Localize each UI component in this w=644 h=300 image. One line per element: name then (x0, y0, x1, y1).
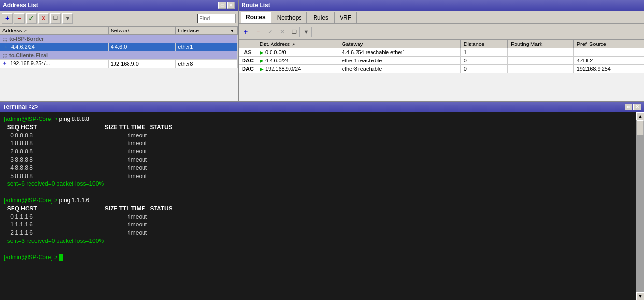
route-row-1-dst: ▶ 0.0.0.0/0 (257, 48, 339, 57)
terminal-line-seq3: 3 8.8.8.8 timeout (4, 156, 632, 164)
route-table-container: Dst. Address ↗ Gateway Distance Routing … (239, 40, 644, 101)
route-row-2-gateway: ether1 reachable (339, 57, 460, 65)
route-col-flag (239, 40, 257, 48)
route-check-button[interactable]: ✓ (265, 27, 275, 37)
terminal-line-seq5: 5 8.8.8.8 timeout (4, 172, 632, 180)
address-table-header-row: Address ↗ Network Interface ▼ (0, 27, 238, 35)
address-check-button[interactable]: ✓ (26, 13, 37, 24)
route-row-3-distance: 0 (460, 65, 507, 73)
address-col-interface[interactable]: Interface (176, 27, 228, 35)
address-col-address[interactable]: Address ↗ (0, 27, 109, 35)
route-toolbar: + − ✓ ✕ ❑ ▼ (239, 24, 644, 40)
route-col-gateway[interactable]: Gateway (339, 40, 460, 48)
route-col-distance[interactable]: Distance (460, 40, 507, 48)
terminal-line-p2-seq0: 0 1.1.1.6 timeout (4, 213, 632, 221)
route-row-3-routing-mark (507, 65, 573, 73)
terminal-cmd-1: ping 8.8.8.8 (59, 116, 90, 122)
route-row-2-pref-source: 4.4.6.2 (573, 57, 644, 65)
route-row-2[interactable]: DAC ▶ 4.4.6.0/24 ether1 reachable 0 4.4.… (239, 57, 644, 65)
route-add-button[interactable]: + (241, 27, 251, 37)
address-table-container: Address ↗ Network Interface ▼ ;;; to-ISP… (0, 26, 238, 101)
scrollbar-thumb[interactable] (637, 120, 644, 135)
tab-nexthops[interactable]: Nexthops (272, 12, 307, 23)
route-row-3-pref-source: 192.168.9.254 (573, 65, 644, 73)
route-row-1-arrow: ▶ (260, 50, 264, 55)
address-group-isp-border: ;;; to-ISP-Border (0, 35, 238, 43)
route-row-3[interactable]: DAC ▶ 192.168.9.0/24 ether8 reachable 0 … (239, 65, 644, 73)
route-row-1-gateway: 4.4.6.254 reachable ether1 (339, 48, 460, 57)
route-col-pref-source[interactable]: Pref. Source (573, 40, 644, 48)
address-toolbar: + − ✓ ✕ ❑ ▼ (0, 11, 238, 26)
address-row-1[interactable]: → 4.4.6.2/24 4.4.6.0 ether1 (0, 43, 238, 51)
route-col-routing-mark[interactable]: Routing Mark (507, 40, 573, 48)
address-remove-button[interactable]: − (14, 13, 25, 24)
scrollbar-up-button[interactable]: ▲ (636, 112, 644, 120)
terminal-line-2: [admin@ISP-Core] > ping 1.1.1.6 (4, 196, 632, 205)
terminal-inner[interactable]: [admin@ISP-Core] > ping 8.8.8.8 SEQ HOST… (0, 112, 636, 300)
terminal-status-0: 0 8.8.8.8 timeout (4, 132, 147, 139)
address-list-titlebar: Address List ▭ ✕ (0, 0, 238, 11)
route-col-dst[interactable]: Dst. Address ↗ (257, 40, 339, 48)
main-container: Address List ▭ ✕ + − ✓ ✕ ❑ ▼ A (0, 0, 644, 300)
address-add-button[interactable]: + (2, 13, 13, 24)
terminal-line-p2-seq2: 2 1.1.1.6 timeout (4, 229, 632, 237)
address-row-1-extra (228, 43, 238, 51)
address-filter-button[interactable]: ▼ (62, 13, 73, 24)
route-row-2-distance: 0 (460, 57, 507, 65)
address-col-network[interactable]: Network (108, 27, 176, 35)
route-remove-button[interactable]: − (253, 27, 263, 37)
terminal-line-p2-seq1: 1 1.1.1.6 timeout (4, 221, 632, 229)
address-restore-button[interactable]: ▭ (218, 2, 226, 9)
tab-routes[interactable]: Routes (241, 12, 271, 23)
terminal-summary-1: sent=6 received=0 packet-loss=100% (4, 180, 632, 188)
address-row-2-icon: ✦ (2, 60, 7, 66)
route-row-2-routing-mark (507, 57, 573, 65)
terminal-header-1: SEQ HOST SIZE TTL TIME STATUS (4, 124, 172, 131)
terminal-input-line: [admin@ISP-Core] > (4, 254, 632, 262)
top-panels: Address List ▭ ✕ + − ✓ ✕ ❑ ▼ A (0, 0, 644, 102)
scrollbar-down-button[interactable]: ▼ (636, 292, 644, 300)
address-row-1-network: 4.4.6.0 (108, 43, 176, 51)
route-copy-button[interactable]: ❑ (289, 27, 300, 37)
route-x-button[interactable]: ✕ (277, 27, 287, 37)
terminal-summary-2: sent=3 received=0 packet-loss=100% (4, 237, 632, 245)
terminal-line-seq1: 1 8.8.8.8 timeout (4, 139, 632, 148)
route-tabs-bar: Routes Nexthops Rules VRF (239, 11, 644, 24)
route-row-1-pref-source (573, 48, 644, 57)
address-row-2-network: 192.168.9.0 (108, 60, 176, 68)
address-group-cliente-final-label: ;;; to-Cliente-Final (0, 51, 238, 60)
route-row-1-distance: 1 (460, 48, 507, 57)
route-row-1[interactable]: AS ▶ 0.0.0.0/0 4.4.6.254 reachable ether… (239, 48, 644, 57)
terminal-outer: [admin@ISP-Core] > ping 8.8.8.8 SEQ HOST… (0, 112, 644, 300)
route-row-2-arrow: ▶ (260, 58, 264, 63)
terminal-prompt-3: [admin@ISP-Core] > (4, 254, 59, 261)
address-find-input[interactable] (197, 14, 236, 23)
route-row-3-arrow: ▶ (260, 66, 264, 72)
route-panel: Route List Routes Nexthops Rules VRF + −… (239, 0, 644, 101)
address-col-extra: ▼ (228, 27, 238, 35)
terminal-line-1: [admin@ISP-Core] > ping 8.8.8.8 (4, 115, 632, 123)
address-row-1-address: → 4.4.6.2/24 (0, 43, 109, 51)
address-group-cliente-final: ;;; to-Cliente-Final (0, 51, 238, 60)
terminal-titlebar: Terminal <2> ▭ ✕ (0, 102, 644, 112)
tab-rules[interactable]: Rules (308, 12, 333, 23)
terminal-cursor (59, 254, 63, 262)
address-row-1-icon: → (2, 44, 8, 50)
tab-vrf[interactable]: VRF (334, 12, 357, 23)
terminal-line-header-1: SEQ HOST SIZE TTL TIME STATUS (4, 123, 632, 132)
scrollbar-track[interactable] (636, 120, 644, 292)
address-x-button[interactable]: ✕ (38, 13, 49, 24)
address-row-2[interactable]: ✦ 192.168.9.254/... 192.168.9.0 ether8 (0, 60, 238, 68)
route-row-3-dst: ▶ 192.168.9.0/24 (257, 65, 339, 73)
route-row-2-dst: ▶ 4.4.6.0/24 (257, 57, 339, 65)
terminal-close-button[interactable]: ✕ (633, 104, 641, 110)
terminal-prompt-1: [admin@ISP-Core] > (4, 116, 59, 122)
terminal-restore-button[interactable]: ▭ (625, 104, 632, 110)
route-filter-button[interactable]: ▼ (301, 27, 312, 37)
address-row-2-extra (228, 60, 238, 68)
route-row-3-flag: DAC (239, 65, 257, 73)
terminal-title: Terminal <2> (3, 104, 38, 110)
terminal-blank-1 (4, 188, 632, 196)
address-close-button[interactable]: ✕ (227, 2, 235, 9)
address-copy-button[interactable]: ❑ (50, 13, 61, 24)
